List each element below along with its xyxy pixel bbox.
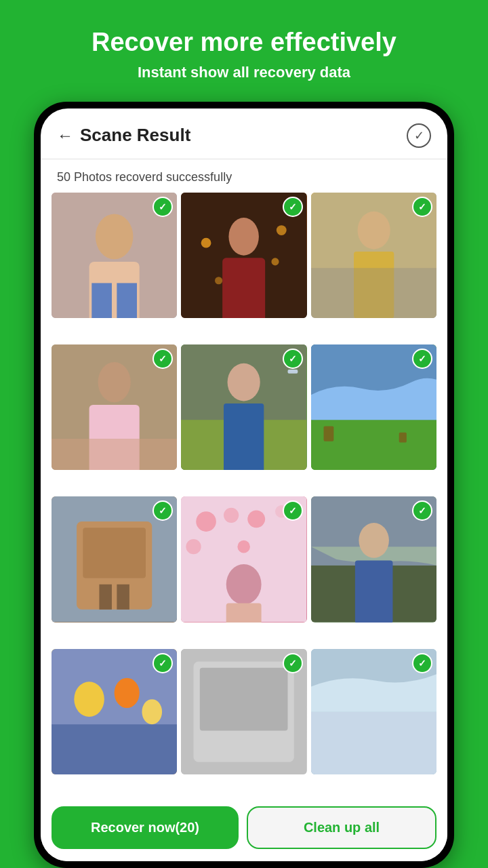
back-button[interactable]: ← Scane Result	[57, 125, 190, 146]
svg-rect-23	[224, 403, 264, 470]
svg-point-40	[186, 539, 201, 554]
recovery-info: 50 Photos recoverd successfully	[41, 159, 447, 193]
photo-item[interactable]: ✓	[52, 496, 177, 622]
photo-check-badge: ✓	[152, 653, 173, 673]
photo-check-badge: ✓	[412, 653, 432, 673]
photo-item[interactable]: ✓	[52, 344, 177, 470]
svg-point-41	[238, 540, 251, 553]
svg-point-11	[277, 225, 287, 235]
svg-point-37	[224, 508, 239, 523]
select-all-button[interactable]: ✓	[407, 123, 431, 148]
top-banner: Recover more effectively Instant show al…	[0, 0, 488, 102]
svg-rect-7	[222, 258, 265, 318]
banner-subtitle: Instant show all recovery data	[14, 64, 474, 81]
photo-check-badge: ✓	[283, 197, 303, 217]
photo-check-badge: ✓	[283, 653, 303, 673]
svg-rect-47	[355, 561, 393, 623]
svg-point-51	[142, 699, 162, 724]
svg-point-49	[74, 682, 104, 717]
photo-item[interactable]: ✓	[181, 496, 306, 622]
photo-item[interactable]: ✓	[311, 496, 436, 622]
photo-check-badge: ✓	[283, 500, 303, 521]
checkmark-icon: ✓	[414, 128, 424, 143]
svg-point-10	[215, 277, 222, 284]
svg-rect-28	[323, 426, 333, 441]
svg-rect-43	[226, 604, 262, 623]
photo-item[interactable]: ✓	[52, 649, 177, 774]
svg-rect-57	[311, 711, 436, 774]
photo-grid: ✓ ✓	[41, 193, 447, 797]
svg-point-9	[272, 258, 279, 265]
photo-check-badge: ✓	[283, 349, 303, 369]
photo-item[interactable]: ✓	[181, 193, 306, 318]
svg-rect-3	[92, 283, 112, 318]
svg-rect-19	[52, 439, 177, 470]
banner-title: Recover more effectively	[14, 27, 474, 58]
svg-rect-33	[99, 585, 112, 610]
svg-point-1	[96, 214, 134, 259]
svg-rect-34	[117, 585, 129, 610]
photo-item[interactable]: ✓	[52, 193, 177, 318]
photo-check-badge: ✓	[412, 197, 432, 217]
screen-header: ← Scane Result ✓	[41, 108, 447, 159]
svg-point-6	[229, 218, 259, 256]
svg-point-8	[201, 237, 211, 248]
clean-up-all-button[interactable]: Clean up all	[247, 806, 436, 849]
photo-check-badge: ✓	[152, 197, 173, 217]
svg-point-46	[359, 523, 388, 558]
svg-rect-24	[288, 370, 298, 374]
photo-item[interactable]: ✓	[311, 193, 436, 318]
bottom-bar: Recover now(20) Clean up all	[41, 797, 447, 861]
svg-point-50	[115, 677, 140, 707]
phone-screen: ← Scane Result ✓ 50 Photos recoverd succ…	[41, 108, 447, 861]
svg-point-22	[228, 363, 260, 401]
photo-check-badge: ✓	[412, 349, 432, 369]
recover-now-button[interactable]: Recover now(20)	[52, 806, 239, 849]
photo-item[interactable]: ✓	[181, 649, 306, 774]
svg-rect-15	[311, 268, 436, 318]
photo-item[interactable]: ✓	[181, 344, 306, 470]
photo-item[interactable]: ✓	[311, 649, 436, 774]
svg-point-38	[248, 511, 266, 528]
svg-rect-52	[52, 724, 177, 774]
svg-point-13	[357, 211, 390, 249]
phone-shell: ← Scane Result ✓ 50 Photos recoverd succ…	[34, 102, 454, 868]
svg-rect-55	[200, 667, 288, 730]
svg-point-36	[197, 512, 217, 532]
back-arrow-icon: ←	[57, 126, 73, 145]
svg-point-17	[98, 362, 131, 402]
svg-rect-4	[117, 283, 137, 318]
svg-rect-32	[83, 528, 146, 578]
svg-point-42	[226, 564, 262, 604]
screen-title: Scane Result	[80, 125, 190, 146]
photo-item[interactable]: ✓	[311, 344, 436, 470]
svg-rect-29	[399, 433, 406, 443]
